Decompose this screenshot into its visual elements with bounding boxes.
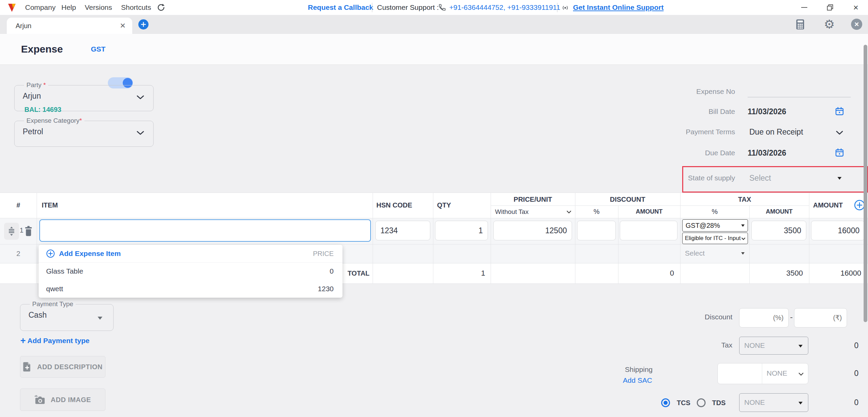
due-date-label: Due Date — [644, 149, 735, 157]
col-header-price: PRICE/UNIT — [491, 193, 575, 205]
item-name-input[interactable] — [39, 219, 371, 242]
minimize-button[interactable] — [799, 2, 810, 13]
tax-select[interactable]: NONE — [739, 337, 808, 355]
add-image-button[interactable]: ADD IMAGE — [20, 389, 105, 411]
menu-help[interactable]: Help — [61, 0, 76, 15]
item-option-name: qwett — [46, 280, 63, 298]
window-close-button[interactable]: × — [850, 2, 861, 13]
calculator-icon[interactable] — [795, 19, 805, 30]
row-drag-handle[interactable] — [4, 223, 19, 240]
tax-percent-subheader: % — [680, 205, 749, 218]
add-expense-item-row[interactable]: Add Expense Item PRICE — [39, 245, 342, 263]
itc-eligibility-value: Eligible for ITC - Input — [685, 235, 741, 242]
chevron-down-icon — [798, 372, 804, 376]
dropdown-arrow-icon — [798, 345, 803, 348]
row-amount-input[interactable] — [811, 221, 865, 240]
chevron-down-icon — [741, 237, 746, 240]
add-description-label: ADD DESCRIPTION — [37, 363, 102, 371]
page-header: Expense GST — [0, 34, 868, 65]
settings-gear-icon[interactable]: ⚙ — [823, 17, 836, 32]
close-view-icon[interactable]: ✕ — [851, 19, 862, 30]
tax-total-value: 0 — [825, 341, 859, 350]
due-date-value[interactable]: 11/03/2026 — [748, 148, 786, 158]
restore-button[interactable] — [825, 2, 835, 13]
col-header-hsn: HSN CODE — [376, 193, 412, 218]
tax-rate-select[interactable]: GST@28% — [682, 219, 748, 232]
party-balance: BAL: 14693 — [24, 106, 61, 114]
expense-no-input[interactable] — [748, 85, 851, 97]
price-unit-input[interactable] — [493, 221, 572, 240]
bill-date-value[interactable]: 11/03/2026 — [748, 107, 786, 116]
add-payment-type-link[interactable]: + Add Payment type — [20, 336, 90, 346]
discount-label: Discount — [665, 313, 732, 321]
tax-select-value: NONE — [744, 341, 765, 350]
col-header-discount: DISCOUNT — [575, 193, 680, 205]
total-label: TOTAL — [348, 263, 370, 283]
delete-row-icon[interactable] — [24, 225, 33, 238]
tcs-radio[interactable] — [661, 398, 670, 407]
payment-terms-label: Payment Terms — [644, 128, 735, 136]
tab-close-icon[interactable]: ✕ — [118, 21, 127, 31]
new-tab-button[interactable] — [138, 19, 149, 29]
tcs-select[interactable]: NONE — [739, 393, 808, 412]
total-tax: 3500 — [751, 263, 803, 283]
menu-versions[interactable]: Versions — [85, 0, 112, 15]
price-tax-mode-select[interactable]: Without Tax — [495, 205, 572, 218]
discount-percent-input[interactable] — [577, 221, 616, 240]
add-payment-type-label: Add Payment type — [27, 337, 90, 344]
add-description-button[interactable]: ADD DESCRIPTION — [20, 356, 105, 378]
calendar-icon[interactable] — [835, 148, 844, 159]
expense-category-select[interactable]: Expense Category* Petrol — [14, 117, 154, 147]
item-option[interactable]: qwett 1230 — [39, 280, 342, 298]
party-label: Party — [26, 81, 41, 88]
payment-terms-value[interactable]: Due on Receipt — [749, 127, 803, 137]
item-option-name: Glass Table — [46, 262, 83, 280]
qty-input[interactable] — [435, 221, 488, 240]
camera-plus-icon — [35, 395, 45, 405]
discount-amount-input[interactable] — [620, 221, 677, 240]
tab-arjun[interactable]: Arjun ✕ — [7, 18, 132, 34]
tds-radio[interactable] — [697, 398, 706, 407]
refresh-icon[interactable] — [157, 3, 165, 12]
app-window: Company Help Versions Shortcuts Request … — [0, 0, 868, 417]
online-support-link[interactable]: Get Instant Online Support — [573, 0, 664, 15]
add-expense-item-label: Add Expense Item — [59, 245, 121, 262]
add-image-label: ADD IMAGE — [51, 396, 91, 404]
chevron-down-icon — [566, 210, 572, 214]
item-option-price: 1230 — [318, 280, 334, 298]
dash-separator: - — [790, 312, 793, 322]
payment-type-select[interactable]: Payment Type Cash — [20, 300, 114, 331]
chevron-down-icon — [136, 95, 144, 101]
tab-title: Arjun — [16, 18, 32, 34]
row-number: 2 — [0, 244, 37, 263]
dropdown-arrow-icon — [798, 402, 803, 404]
tax-amount-input[interactable] — [751, 221, 806, 240]
menu-company[interactable]: Company — [25, 0, 56, 15]
calendar-icon[interactable] — [835, 106, 844, 117]
required-asterisk: * — [43, 81, 46, 88]
hsn-code-input[interactable] — [375, 221, 430, 240]
dropdown-arrow-icon — [741, 252, 745, 255]
divider — [557, 3, 557, 12]
tax-rate-select-empty[interactable]: Select — [685, 244, 746, 263]
shipping-total-value: 0 — [825, 369, 859, 378]
request-callback-link[interactable]: Request a Callback — [308, 0, 373, 15]
discount-amount-field[interactable] — [794, 308, 847, 327]
shipping-field[interactable]: NONE — [717, 363, 808, 384]
tds-label: TDS — [712, 399, 726, 407]
vertical-scrollbar[interactable] — [864, 45, 867, 322]
dropdown-arrow-icon — [741, 224, 745, 227]
category-value: Petrol — [23, 127, 43, 136]
itc-eligibility-select[interactable]: Eligible for ITC - Input — [682, 233, 748, 244]
price-tax-mode-value: Without Tax — [495, 208, 529, 215]
support-phone-numbers[interactable]: +91-6364444752, +91-9333911911 — [449, 0, 560, 15]
menu-shortcuts[interactable]: Shortcuts — [121, 0, 151, 15]
discount-percent-field[interactable] — [739, 308, 789, 327]
vyapar-logo-icon — [7, 2, 17, 13]
item-option[interactable]: Glass Table 0 — [39, 262, 342, 280]
party-value: Arjun — [23, 92, 41, 101]
payment-type-label: Payment Type — [32, 300, 73, 307]
live-support-icon — [561, 3, 570, 12]
add-sac-link[interactable]: Add SAC — [623, 376, 652, 384]
item-suggestion-dropdown: Add Expense Item PRICE Glass Table 0 qwe… — [39, 245, 342, 298]
